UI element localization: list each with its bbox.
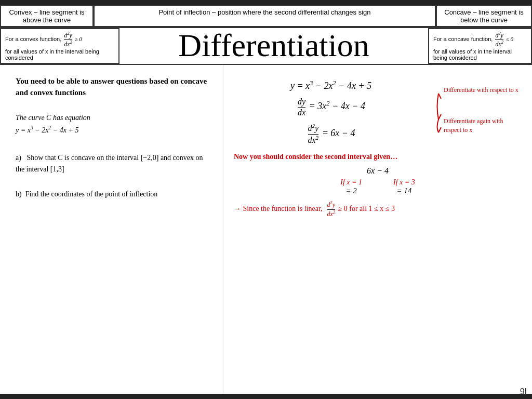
concave-domain-text: for all values of x in the interval bein… [433, 48, 512, 61]
since-fraction: d2y dx2 [326, 205, 338, 212]
equation-1: y = x3 − 2x2 − 4x + 5 [234, 79, 428, 91]
eval-x3: If x = 3 = 14 [393, 178, 415, 195]
since-cond: ≥ 0 for all 1 ≤ x ≤ 3 [338, 205, 395, 212]
eval-x1: If x = 1 = 2 [340, 178, 362, 195]
bracket-area: Differentiate with respect to x Differen… [433, 83, 522, 135]
header-row: Convex – line segment is above the curve… [0, 5, 532, 28]
now-consider: Now you should consider the second inter… [234, 153, 522, 161]
concave-label: Concave – line segment is below the curv… [444, 8, 523, 24]
qb-label: b) [16, 190, 22, 198]
convex-domain-text: for all values of x in the interval bein… [5, 48, 99, 61]
concave-header-box: Concave – line segment is below the curv… [436, 5, 532, 27]
page-number: 9I [520, 387, 527, 396]
concave-sub-text: For a concave function, d2y dx2 ≤ 0 [433, 36, 513, 42]
qa-label: a) [16, 154, 21, 162]
qa-text: Show that C is concave on the interval [… [16, 154, 203, 173]
expr-label: 6x − 4 [234, 166, 522, 176]
diff2-annotation: Differentiate again with respect to x [444, 117, 522, 135]
equation-3: d2y dx2 = 6x − 4 [234, 123, 428, 145]
if-x3-label: If x = 3 [393, 178, 415, 187]
intro-text: You need to be able to answer questions … [16, 75, 207, 99]
curve-desc-text: The curve C has equation [16, 114, 90, 122]
right-panel: y = x3 − 2x2 − 4x + 5 dy dx = 3x2 − 4x −… [223, 65, 532, 399]
equation-2: dy dx = 3x2 − 4x − 4 [234, 97, 428, 117]
left-panel: You need to be able to answer questions … [0, 65, 223, 399]
concave-fraction: d2y dx2 [495, 31, 503, 48]
equations-area: y = x3 − 2x2 − 4x + 5 dy dx = 3x2 − 4x −… [234, 75, 522, 150]
bottom-decorative-bar [0, 394, 532, 399]
annotations-block: Differentiate with respect to x Differen… [428, 75, 522, 150]
convex-formula-box: For a convex function, d2y dx2 ≥ 0 for a… [0, 28, 119, 64]
if-x1-label: If x = 1 [340, 178, 362, 187]
question-b: b) Find the coordinates of the point of … [16, 189, 207, 200]
convex-fraction: d2y dx2 [64, 31, 72, 48]
curve-equation-text: y = x3 − 2x2 − 4x + 5 [16, 126, 78, 134]
val1-label: = 2 [340, 187, 362, 195]
page-title: Differentiation [119, 28, 428, 64]
equations-block: y = x3 − 2x2 − 4x + 5 dy dx = 3x2 − 4x −… [234, 75, 428, 150]
convex-label: Convex – line segment is above the curve [9, 8, 84, 24]
convex-sub-text: For a convex function, d2y dx2 ≥ 0 [5, 36, 82, 42]
sub-header-row: For a convex function, d2y dx2 ≥ 0 for a… [0, 28, 532, 65]
evaluation-row: If x = 1 = 2 If x = 3 = 14 [234, 178, 522, 195]
convex-header-box: Convex – line segment is above the curve [0, 5, 94, 27]
inflection-label: Point of inflection – position where the… [158, 8, 370, 16]
question-a: a) Show that C is concave on the interva… [16, 152, 207, 176]
val3-label: = 14 [393, 187, 415, 195]
curve-description: The curve C has equation y = x3 − 2x2 − … [16, 112, 207, 137]
inflection-header-box: Point of inflection – position where the… [94, 5, 436, 27]
since-text: → Since the function is linear, [234, 205, 324, 212]
since-line: → Since the function is linear, d2y dx2 … [234, 201, 522, 218]
right-panel-inner: y = x3 − 2x2 − 4x + 5 dy dx = 3x2 − 4x −… [234, 75, 522, 218]
qb-text: Find the coordinates of the point of inf… [25, 190, 158, 198]
content-area: You need to be able to answer questions … [0, 65, 532, 399]
diff1-annotation: Differentiate with respect to x [444, 86, 518, 95]
concave-formula-box: For a concave function, d2y dx2 ≤ 0 for … [428, 28, 532, 64]
top-decorative-bar [0, 0, 532, 5]
